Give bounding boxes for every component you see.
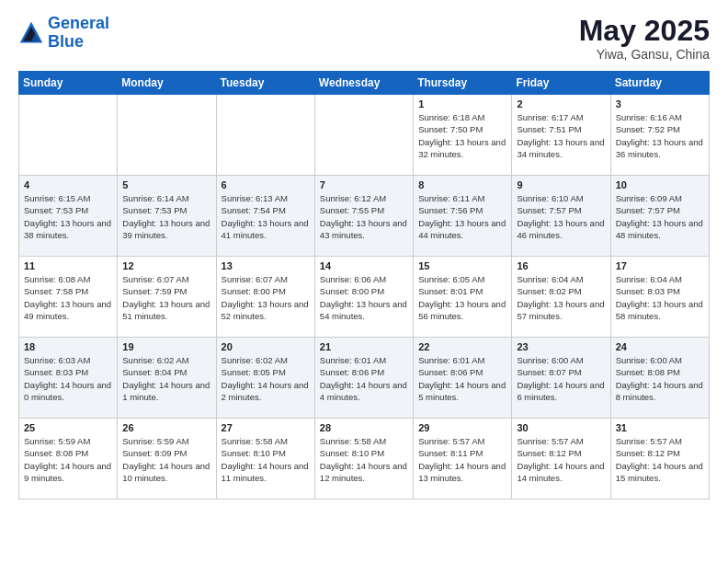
day-number: 3 <box>616 98 704 109</box>
day-number: 8 <box>418 179 506 190</box>
day-number: 5 <box>122 179 210 190</box>
calendar-day-cell: 30Sunrise: 5:57 AM Sunset: 8:12 PM Dayli… <box>512 419 610 500</box>
calendar-day-cell: 24Sunrise: 6:00 AM Sunset: 8:08 PM Dayli… <box>610 338 709 419</box>
calendar-day-cell: 27Sunrise: 5:58 AM Sunset: 8:10 PM Dayli… <box>216 419 314 500</box>
day-number: 4 <box>24 179 112 190</box>
day-info: Sunrise: 6:03 AM Sunset: 8:03 PM Dayligh… <box>24 354 112 403</box>
day-number: 20 <box>222 341 310 352</box>
day-number: 7 <box>320 179 408 190</box>
day-number: 14 <box>320 260 408 271</box>
logo: General Blue <box>18 15 109 52</box>
day-info: Sunrise: 6:15 AM Sunset: 7:53 PM Dayligh… <box>24 192 112 241</box>
day-info: Sunrise: 5:58 AM Sunset: 8:10 PM Dayligh… <box>320 435 408 484</box>
day-info: Sunrise: 6:16 AM Sunset: 7:52 PM Dayligh… <box>616 111 704 160</box>
calendar-day-cell: 16Sunrise: 6:04 AM Sunset: 8:02 PM Dayli… <box>512 257 610 338</box>
calendar-day-cell: 21Sunrise: 6:01 AM Sunset: 8:06 PM Dayli… <box>314 338 413 419</box>
calendar-day-cell: 20Sunrise: 6:02 AM Sunset: 8:05 PM Dayli… <box>216 338 314 419</box>
main-title: May 2025 <box>579 15 710 47</box>
calendar-day-cell: 23Sunrise: 6:00 AM Sunset: 8:07 PM Dayli… <box>512 338 610 419</box>
calendar-day-cell: 11Sunrise: 6:08 AM Sunset: 7:58 PM Dayli… <box>19 257 118 338</box>
logo-text: General Blue <box>48 15 109 52</box>
day-info: Sunrise: 6:14 AM Sunset: 7:53 PM Dayligh… <box>122 192 210 241</box>
calendar-day-cell: 22Sunrise: 6:01 AM Sunset: 8:06 PM Dayli… <box>414 338 512 419</box>
calendar-day-cell: 1Sunrise: 6:18 AM Sunset: 7:50 PM Daylig… <box>414 95 512 176</box>
calendar-day-cell: 15Sunrise: 6:05 AM Sunset: 8:01 PM Dayli… <box>414 257 512 338</box>
day-info: Sunrise: 6:04 AM Sunset: 8:02 PM Dayligh… <box>517 273 605 322</box>
day-info: Sunrise: 6:13 AM Sunset: 7:54 PM Dayligh… <box>222 192 310 241</box>
day-info: Sunrise: 6:17 AM Sunset: 7:51 PM Dayligh… <box>517 111 605 160</box>
day-number: 17 <box>616 260 704 271</box>
calendar-day-cell: 7Sunrise: 6:12 AM Sunset: 7:55 PM Daylig… <box>314 176 413 257</box>
day-info: Sunrise: 6:18 AM Sunset: 7:50 PM Dayligh… <box>418 111 506 160</box>
day-info: Sunrise: 6:02 AM Sunset: 8:05 PM Dayligh… <box>222 354 310 403</box>
day-number: 18 <box>24 341 112 352</box>
day-number: 26 <box>122 422 210 433</box>
calendar-day-cell: 2Sunrise: 6:17 AM Sunset: 7:51 PM Daylig… <box>512 95 610 176</box>
day-number: 19 <box>122 341 210 352</box>
day-number: 24 <box>616 341 704 352</box>
calendar-day-header: Saturday <box>610 72 709 95</box>
calendar-week-row: 18Sunrise: 6:03 AM Sunset: 8:03 PM Dayli… <box>19 338 710 419</box>
day-number: 27 <box>222 422 310 433</box>
calendar-day-cell: 18Sunrise: 6:03 AM Sunset: 8:03 PM Dayli… <box>19 338 118 419</box>
calendar-day-cell: 14Sunrise: 6:06 AM Sunset: 8:00 PM Dayli… <box>314 257 413 338</box>
calendar-day-cell <box>216 95 314 176</box>
calendar-day-header: Wednesday <box>314 72 413 95</box>
day-info: Sunrise: 6:00 AM Sunset: 8:08 PM Dayligh… <box>616 354 704 403</box>
header: General Blue May 2025 Yiwa, Gansu, China <box>18 15 710 62</box>
calendar-day-cell: 13Sunrise: 6:07 AM Sunset: 8:00 PM Dayli… <box>216 257 314 338</box>
calendar-day-cell: 28Sunrise: 5:58 AM Sunset: 8:10 PM Dayli… <box>314 419 413 500</box>
day-info: Sunrise: 6:00 AM Sunset: 8:07 PM Dayligh… <box>517 354 605 403</box>
day-info: Sunrise: 6:05 AM Sunset: 8:01 PM Dayligh… <box>418 273 506 322</box>
day-number: 21 <box>320 341 408 352</box>
calendar-day-header: Sunday <box>19 72 118 95</box>
day-number: 16 <box>517 260 605 271</box>
day-number: 22 <box>418 341 506 352</box>
day-info: Sunrise: 6:08 AM Sunset: 7:58 PM Dayligh… <box>24 273 112 322</box>
calendar-day-cell: 10Sunrise: 6:09 AM Sunset: 7:57 PM Dayli… <box>610 176 709 257</box>
day-number: 9 <box>517 179 605 190</box>
calendar-week-row: 1Sunrise: 6:18 AM Sunset: 7:50 PM Daylig… <box>19 95 710 176</box>
day-info: Sunrise: 6:10 AM Sunset: 7:57 PM Dayligh… <box>517 192 605 241</box>
calendar-week-row: 11Sunrise: 6:08 AM Sunset: 7:58 PM Dayli… <box>19 257 710 338</box>
logo-icon <box>18 20 44 46</box>
calendar-week-row: 4Sunrise: 6:15 AM Sunset: 7:53 PM Daylig… <box>19 176 710 257</box>
day-info: Sunrise: 5:57 AM Sunset: 8:12 PM Dayligh… <box>517 435 605 484</box>
day-info: Sunrise: 5:59 AM Sunset: 8:08 PM Dayligh… <box>24 435 112 484</box>
calendar-day-cell: 3Sunrise: 6:16 AM Sunset: 7:52 PM Daylig… <box>610 95 709 176</box>
day-info: Sunrise: 6:01 AM Sunset: 8:06 PM Dayligh… <box>320 354 408 403</box>
day-info: Sunrise: 6:12 AM Sunset: 7:55 PM Dayligh… <box>320 192 408 241</box>
calendar-day-header: Thursday <box>414 72 512 95</box>
calendar-day-cell <box>314 95 413 176</box>
calendar-day-cell: 17Sunrise: 6:04 AM Sunset: 8:03 PM Dayli… <box>610 257 709 338</box>
calendar-day-header: Tuesday <box>216 72 314 95</box>
calendar-day-cell: 19Sunrise: 6:02 AM Sunset: 8:04 PM Dayli… <box>118 338 216 419</box>
day-number: 29 <box>418 422 506 433</box>
day-info: Sunrise: 6:11 AM Sunset: 7:56 PM Dayligh… <box>418 192 506 241</box>
day-number: 25 <box>24 422 112 433</box>
calendar-day-cell: 29Sunrise: 5:57 AM Sunset: 8:11 PM Dayli… <box>414 419 512 500</box>
day-info: Sunrise: 5:59 AM Sunset: 8:09 PM Dayligh… <box>122 435 210 484</box>
day-number: 11 <box>24 260 112 271</box>
day-info: Sunrise: 6:07 AM Sunset: 8:00 PM Dayligh… <box>222 273 310 322</box>
day-number: 30 <box>517 422 605 433</box>
day-info: Sunrise: 5:57 AM Sunset: 8:11 PM Dayligh… <box>418 435 506 484</box>
calendar-day-cell: 26Sunrise: 5:59 AM Sunset: 8:09 PM Dayli… <box>118 419 216 500</box>
calendar-day-cell: 6Sunrise: 6:13 AM Sunset: 7:54 PM Daylig… <box>216 176 314 257</box>
calendar-table: SundayMondayTuesdayWednesdayThursdayFrid… <box>18 71 710 500</box>
calendar-day-cell: 31Sunrise: 5:57 AM Sunset: 8:12 PM Dayli… <box>610 419 709 500</box>
calendar-day-cell: 8Sunrise: 6:11 AM Sunset: 7:56 PM Daylig… <box>414 176 512 257</box>
calendar-week-row: 25Sunrise: 5:59 AM Sunset: 8:08 PM Dayli… <box>19 419 710 500</box>
day-number: 13 <box>222 260 310 271</box>
day-number: 2 <box>517 98 605 109</box>
calendar-day-header: Friday <box>512 72 610 95</box>
calendar-day-cell <box>19 95 118 176</box>
day-number: 6 <box>222 179 310 190</box>
day-number: 23 <box>517 341 605 352</box>
day-info: Sunrise: 6:01 AM Sunset: 8:06 PM Dayligh… <box>418 354 506 403</box>
calendar-day-cell: 25Sunrise: 5:59 AM Sunset: 8:08 PM Dayli… <box>19 419 118 500</box>
page: General Blue May 2025 Yiwa, Gansu, China… <box>0 0 728 563</box>
day-info: Sunrise: 5:57 AM Sunset: 8:12 PM Dayligh… <box>616 435 704 484</box>
calendar-day-cell: 9Sunrise: 6:10 AM Sunset: 7:57 PM Daylig… <box>512 176 610 257</box>
calendar-header-row: SundayMondayTuesdayWednesdayThursdayFrid… <box>19 72 710 95</box>
